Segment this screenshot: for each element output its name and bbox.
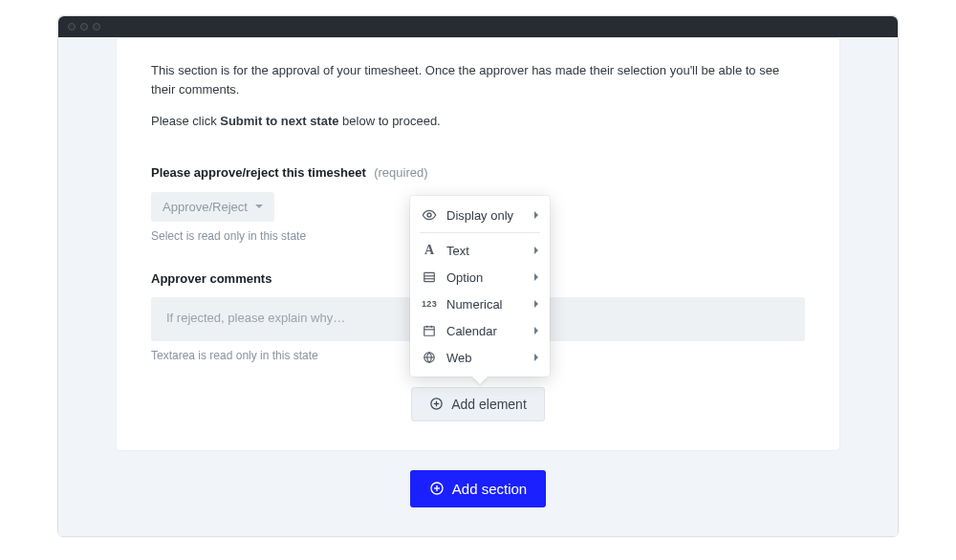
menu-divider (420, 232, 540, 233)
plus-circle-icon (429, 481, 445, 496)
add-section-label: Add section (452, 481, 527, 497)
menu-label: Numerical (446, 297, 525, 312)
chevron-right-icon (534, 273, 538, 281)
intro-line-2: Please click Submit to next state below … (151, 112, 805, 131)
intro-line-2-suffix: below to proceed. (339, 114, 441, 128)
window-max-dot[interactable] (93, 23, 100, 31)
chevron-right-icon (534, 247, 538, 254)
element-type-menu: Display only A Text Option 123 Numerical (410, 196, 550, 377)
calendar-icon (422, 323, 437, 338)
menu-label: Text (446, 244, 525, 258)
textarea-placeholder: If rejected, please explain why… (166, 311, 345, 325)
window-min-dot[interactable] (80, 23, 88, 31)
window-close-dot[interactable] (68, 23, 76, 31)
add-element-button[interactable]: Add element (411, 387, 545, 421)
menu-label: Option (446, 270, 525, 285)
chevron-down-icon (255, 205, 263, 208)
list-icon (422, 269, 437, 285)
add-element-row: Add element (151, 387, 805, 421)
menu-item-display-only[interactable]: Display only (410, 202, 550, 228)
intro-line-2-bold: Submit to next state (220, 114, 338, 128)
titlebar (58, 16, 898, 37)
add-section-row: Add section (58, 470, 898, 507)
number-icon: 123 (422, 296, 437, 312)
plus-circle-icon (429, 397, 444, 411)
chevron-right-icon (534, 327, 538, 334)
menu-item-numerical[interactable]: 123 Numerical (410, 291, 550, 317)
approve-reject-select[interactable]: Approve/Reject (151, 192, 274, 222)
chevron-right-icon (534, 300, 538, 308)
menu-label: Calendar (446, 324, 525, 338)
globe-icon (422, 350, 437, 365)
text-icon: A (422, 243, 437, 258)
approve-reject-label: Please approve/reject this timesheet (151, 165, 366, 180)
menu-item-web[interactable]: Web (410, 344, 550, 371)
menu-item-calendar[interactable]: Calendar (410, 317, 550, 344)
svg-rect-7 (424, 272, 435, 281)
eye-icon (422, 207, 437, 223)
menu-item-option[interactable]: Option (410, 264, 550, 291)
chevron-right-icon (534, 211, 538, 219)
svg-rect-10 (424, 327, 435, 335)
svg-point-6 (427, 213, 431, 217)
intro-line-2-prefix: Please click (151, 114, 220, 128)
add-section-button[interactable]: Add section (410, 470, 546, 507)
select-value: Approve/Reject (163, 200, 248, 214)
menu-item-text[interactable]: A Text (410, 237, 550, 264)
menu-label: Web (446, 351, 525, 365)
chevron-right-icon (534, 354, 538, 361)
intro-line-1: This section is for the approval of your… (151, 61, 805, 98)
add-element-label: Add element (451, 397, 527, 412)
menu-label: Display only (446, 208, 525, 223)
required-tag: (required) (374, 165, 427, 180)
